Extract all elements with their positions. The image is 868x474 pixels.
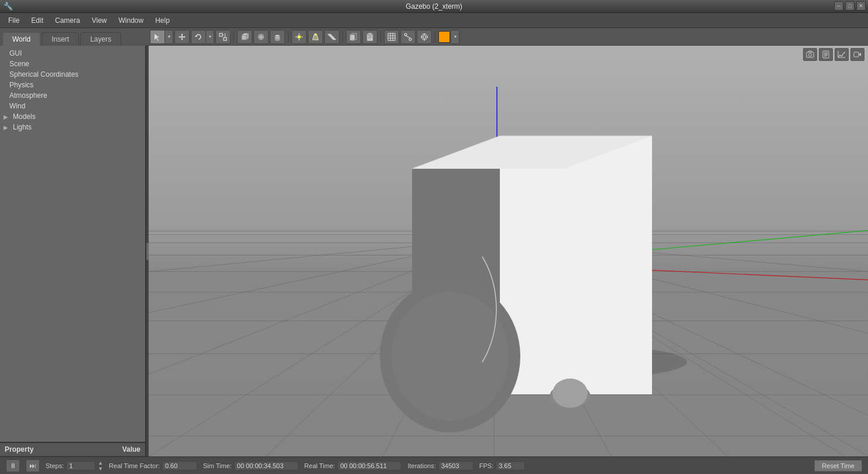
translate-tool[interactable] bbox=[174, 30, 190, 44]
property-col-value: Value bbox=[122, 445, 140, 453]
scale-tool[interactable] bbox=[215, 30, 231, 44]
tab-world[interactable]: World bbox=[2, 32, 40, 46]
simtime-field: Sim Time: 00 00:00:34.503 bbox=[203, 461, 299, 470]
tab-layers[interactable]: Layers bbox=[80, 32, 121, 46]
steps-field: Steps: 1 ▲▼ bbox=[46, 460, 103, 472]
separator-5 bbox=[435, 31, 435, 43]
tree-item-spherical[interactable]: Spherical Coordinates bbox=[0, 69, 145, 80]
toolbar: ▾ ▾ bbox=[146, 28, 868, 46]
rotate-tool[interactable] bbox=[191, 30, 206, 44]
svg-rect-33 bbox=[368, 33, 372, 35]
separator-3 bbox=[342, 31, 343, 43]
record-btn[interactable] bbox=[850, 48, 864, 61]
rtf-field: Real Time Factor: 0.60 bbox=[109, 461, 197, 470]
minimize-button[interactable]: ─ bbox=[834, 1, 843, 11]
joints-tool[interactable] bbox=[400, 30, 416, 44]
topbar: World Insert Layers ▾ bbox=[0, 28, 868, 46]
sphere-tool[interactable] bbox=[253, 30, 269, 44]
tree-item-lights[interactable]: ▶ Lights bbox=[0, 122, 145, 132]
select-tool[interactable] bbox=[150, 30, 165, 44]
select-tool-group: ▾ bbox=[150, 30, 173, 44]
svg-marker-3 bbox=[181, 39, 183, 40]
svg-rect-92 bbox=[823, 51, 829, 58]
point-light-tool[interactable] bbox=[291, 30, 307, 44]
tree-item-label: Scene bbox=[9, 60, 29, 68]
dir-light-tool[interactable] bbox=[324, 30, 339, 44]
tree-item-label: Physics bbox=[9, 81, 33, 89]
svg-marker-2 bbox=[181, 33, 183, 35]
simtime-value: 00 00:00:34.503 bbox=[234, 461, 299, 470]
tree-arrow-lights: ▶ bbox=[4, 124, 8, 131]
color-selector[interactable] bbox=[438, 31, 450, 43]
spot-light-tool[interactable] bbox=[308, 30, 323, 44]
svg-point-19 bbox=[275, 39, 280, 40]
fps-value: 3.65 bbox=[496, 461, 525, 470]
svg-point-26 bbox=[314, 33, 317, 36]
svg-marker-82 bbox=[500, 136, 652, 394]
copy-tool[interactable] bbox=[346, 30, 361, 44]
tree-item-models[interactable]: ▶ Models bbox=[0, 111, 145, 122]
svg-point-43 bbox=[409, 38, 411, 40]
menu-item-view[interactable]: View bbox=[86, 15, 113, 26]
tree-item-label: Spherical Coordinates bbox=[9, 70, 78, 79]
rtf-label: Real Time Factor: bbox=[109, 462, 160, 469]
svg-point-45 bbox=[423, 35, 426, 38]
viewport-tools bbox=[803, 48, 864, 61]
fps-field: FPS: 3.65 bbox=[479, 461, 525, 470]
tree-item-gui[interactable]: GUI bbox=[0, 48, 145, 59]
pause-button[interactable]: ⏸ bbox=[6, 459, 20, 472]
tree-item-atmosphere[interactable]: Atmosphere bbox=[0, 90, 145, 101]
svg-point-87 bbox=[553, 378, 588, 408]
title-icon: 🔧 bbox=[4, 2, 13, 11]
log-btn[interactable] bbox=[819, 48, 833, 61]
svg-point-14 bbox=[258, 34, 264, 40]
select-dropdown[interactable]: ▾ bbox=[165, 30, 173, 44]
tree-item-label: GUI bbox=[9, 49, 22, 57]
viewport[interactable] bbox=[149, 46, 868, 456]
tree-item-label: Lights bbox=[13, 123, 32, 131]
tree-item-wind[interactable]: Wind bbox=[0, 101, 145, 111]
property-panel: Property Value bbox=[0, 442, 145, 456]
grid-tool[interactable] bbox=[384, 30, 399, 44]
box-tool[interactable] bbox=[237, 30, 252, 44]
menu-item-help[interactable]: Help bbox=[149, 15, 176, 26]
steps-label: Steps: bbox=[46, 462, 64, 469]
steps-value[interactable]: 1 bbox=[66, 461, 95, 470]
window-title: Gazebo (2_xterm) bbox=[406, 2, 462, 11]
cylinder-tool[interactable] bbox=[270, 30, 285, 44]
svg-point-20 bbox=[297, 35, 301, 39]
realtime-value: 00 00:00:56.511 bbox=[337, 461, 402, 470]
plot-btn[interactable] bbox=[835, 48, 849, 61]
cog-tool[interactable] bbox=[417, 30, 432, 44]
tree-arrow-models: ▶ bbox=[4, 114, 8, 120]
tree-item-scene[interactable]: Scene bbox=[0, 59, 145, 69]
menubar: FileEditCameraViewWindowHelp bbox=[0, 13, 868, 28]
svg-line-27 bbox=[329, 34, 335, 40]
tree-item-label: Atmosphere bbox=[9, 91, 47, 100]
menu-item-edit[interactable]: Edit bbox=[25, 15, 49, 26]
reset-time-button[interactable]: Reset Time bbox=[814, 460, 862, 472]
rotate-dropdown[interactable]: ▾ bbox=[206, 30, 214, 44]
rotate-tool-group: ▾ bbox=[191, 30, 214, 44]
menu-item-file[interactable]: File bbox=[2, 15, 25, 26]
step-button[interactable]: ⏭ bbox=[26, 459, 40, 472]
svg-point-46 bbox=[421, 34, 427, 40]
steps-stepper[interactable]: ▲▼ bbox=[98, 460, 103, 472]
svg-rect-8 bbox=[224, 37, 227, 40]
maximize-button[interactable]: □ bbox=[845, 1, 855, 11]
paste-tool[interactable] bbox=[362, 30, 378, 44]
svg-rect-41 bbox=[388, 33, 395, 40]
tree-item-physics[interactable]: Physics bbox=[0, 80, 145, 90]
tab-insert[interactable]: Insert bbox=[42, 32, 79, 46]
screenshot-btn[interactable] bbox=[803, 48, 817, 61]
menu-item-camera[interactable]: Camera bbox=[49, 15, 86, 26]
property-col-name: Property bbox=[5, 445, 122, 453]
svg-marker-5 bbox=[184, 36, 186, 37]
close-button[interactable]: ✕ bbox=[856, 1, 866, 11]
iterations-label: Iterations: bbox=[407, 462, 435, 469]
menu-item-window[interactable]: Window bbox=[113, 15, 150, 26]
tree-item-label: Wind bbox=[9, 102, 25, 110]
simtime-label: Sim Time: bbox=[203, 462, 232, 469]
color-dropdown[interactable]: ▾ bbox=[451, 30, 459, 44]
titlebar: 🔧 Gazebo (2_xterm) ─ □ ✕ bbox=[0, 0, 868, 13]
